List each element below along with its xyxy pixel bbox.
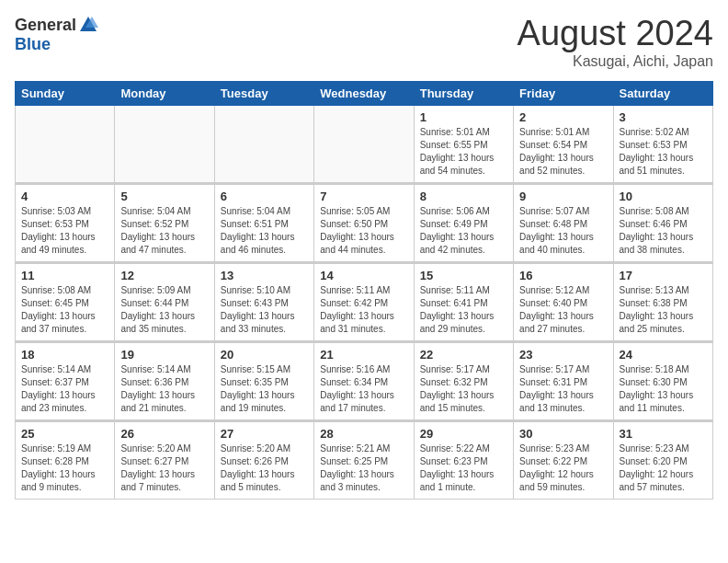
calendar-day — [314, 105, 414, 183]
day-info: Sunrise: 5:22 AM Sunset: 6:23 PM Dayligh… — [420, 442, 507, 494]
day-info: Sunrise: 5:17 AM Sunset: 6:31 PM Dayligh… — [519, 363, 607, 415]
calendar-day: 16Sunrise: 5:12 AM Sunset: 6:40 PM Dayli… — [514, 262, 613, 341]
calendar-day: 2Sunrise: 5:01 AM Sunset: 6:54 PM Daylig… — [514, 105, 613, 183]
day-info: Sunrise: 5:23 AM Sunset: 6:20 PM Dayligh… — [620, 442, 707, 494]
calendar-day: 25Sunrise: 5:19 AM Sunset: 6:28 PM Dayli… — [16, 420, 115, 499]
calendar-week-3: 11Sunrise: 5:08 AM Sunset: 6:45 PM Dayli… — [16, 262, 713, 341]
day-number: 13 — [221, 269, 308, 282]
day-info: Sunrise: 5:08 AM Sunset: 6:45 PM Dayligh… — [21, 284, 108, 336]
day-info: Sunrise: 5:01 AM Sunset: 6:55 PM Dayligh… — [420, 126, 507, 178]
calendar-day — [16, 105, 115, 183]
day-number: 24 — [620, 348, 707, 362]
day-number: 26 — [120, 427, 208, 441]
month-title: August 2024 — [518, 15, 713, 53]
day-number: 4 — [21, 190, 108, 203]
calendar-day: 3Sunrise: 5:02 AM Sunset: 6:53 PM Daylig… — [613, 105, 712, 183]
day-number: 12 — [120, 269, 208, 282]
day-number: 16 — [519, 269, 607, 282]
day-number: 10 — [620, 190, 707, 203]
day-number: 27 — [221, 427, 308, 441]
logo-icon — [78, 15, 98, 35]
day-number: 3 — [620, 110, 707, 124]
calendar-day: 20Sunrise: 5:15 AM Sunset: 6:35 PM Dayli… — [214, 341, 313, 420]
weekday-header-tuesday: Tuesday — [214, 81, 313, 105]
calendar-table: SundayMondayTuesdayWednesdayThursdayFrid… — [15, 81, 713, 500]
day-info: Sunrise: 5:23 AM Sunset: 6:22 PM Dayligh… — [519, 442, 607, 494]
day-number: 18 — [21, 348, 108, 362]
weekday-header-row: SundayMondayTuesdayWednesdayThursdayFrid… — [16, 81, 713, 105]
calendar-day: 30Sunrise: 5:23 AM Sunset: 6:22 PM Dayli… — [514, 420, 613, 499]
day-number: 23 — [519, 348, 607, 362]
day-info: Sunrise: 5:20 AM Sunset: 6:27 PM Dayligh… — [120, 442, 208, 494]
day-info: Sunrise: 5:04 AM Sunset: 6:52 PM Dayligh… — [120, 205, 208, 257]
day-number: 9 — [519, 190, 607, 203]
day-number: 25 — [21, 427, 108, 441]
calendar-day: 21Sunrise: 5:16 AM Sunset: 6:34 PM Dayli… — [314, 341, 414, 420]
day-info: Sunrise: 5:08 AM Sunset: 6:46 PM Dayligh… — [620, 205, 707, 257]
day-info: Sunrise: 5:10 AM Sunset: 6:43 PM Dayligh… — [221, 284, 308, 336]
day-number: 29 — [420, 427, 507, 441]
calendar-day: 12Sunrise: 5:09 AM Sunset: 6:44 PM Dayli… — [115, 262, 214, 341]
calendar-day: 15Sunrise: 5:11 AM Sunset: 6:41 PM Dayli… — [414, 262, 513, 341]
calendar-day: 17Sunrise: 5:13 AM Sunset: 6:38 PM Dayli… — [613, 262, 712, 341]
calendar-week-2: 4Sunrise: 5:03 AM Sunset: 6:53 PM Daylig… — [16, 183, 713, 262]
day-number: 11 — [21, 269, 108, 282]
weekday-header-sunday: Sunday — [16, 81, 115, 105]
day-number: 28 — [320, 427, 407, 441]
calendar-day: 28Sunrise: 5:21 AM Sunset: 6:25 PM Dayli… — [314, 420, 414, 499]
day-info: Sunrise: 5:15 AM Sunset: 6:35 PM Dayligh… — [221, 363, 308, 415]
day-info: Sunrise: 5:12 AM Sunset: 6:40 PM Dayligh… — [519, 284, 607, 336]
calendar-day: 8Sunrise: 5:06 AM Sunset: 6:49 PM Daylig… — [414, 183, 513, 262]
weekday-header-thursday: Thursday — [414, 81, 513, 105]
calendar-day — [115, 105, 214, 183]
logo: General Blue — [15, 15, 98, 54]
weekday-header-friday: Friday — [514, 81, 613, 105]
day-number: 2 — [519, 110, 607, 124]
day-info: Sunrise: 5:09 AM Sunset: 6:44 PM Dayligh… — [120, 284, 208, 336]
calendar-day: 1Sunrise: 5:01 AM Sunset: 6:55 PM Daylig… — [414, 105, 513, 183]
day-info: Sunrise: 5:01 AM Sunset: 6:54 PM Dayligh… — [519, 126, 607, 178]
calendar-week-5: 25Sunrise: 5:19 AM Sunset: 6:28 PM Dayli… — [16, 420, 713, 499]
calendar-day: 24Sunrise: 5:18 AM Sunset: 6:30 PM Dayli… — [613, 341, 712, 420]
day-info: Sunrise: 5:02 AM Sunset: 6:53 PM Dayligh… — [620, 126, 707, 178]
logo-blue-text: Blue — [15, 35, 51, 54]
day-number: 22 — [420, 348, 507, 362]
calendar-day: 29Sunrise: 5:22 AM Sunset: 6:23 PM Dayli… — [414, 420, 513, 499]
calendar-day: 7Sunrise: 5:05 AM Sunset: 6:50 PM Daylig… — [314, 183, 414, 262]
day-number: 7 — [320, 190, 407, 203]
day-number: 8 — [420, 190, 507, 203]
day-info: Sunrise: 5:11 AM Sunset: 6:42 PM Dayligh… — [320, 284, 407, 336]
calendar-day — [214, 105, 313, 183]
day-info: Sunrise: 5:18 AM Sunset: 6:30 PM Dayligh… — [620, 363, 707, 415]
weekday-header-wednesday: Wednesday — [314, 81, 414, 105]
day-info: Sunrise: 5:14 AM Sunset: 6:36 PM Dayligh… — [120, 363, 208, 415]
title-block: August 2024 Kasugai, Aichi, Japan — [518, 15, 713, 70]
day-number: 1 — [420, 110, 507, 124]
logo-general-text: General — [15, 16, 76, 35]
day-info: Sunrise: 5:06 AM Sunset: 6:49 PM Dayligh… — [420, 205, 507, 257]
calendar-day: 27Sunrise: 5:20 AM Sunset: 6:26 PM Dayli… — [214, 420, 313, 499]
calendar-day: 13Sunrise: 5:10 AM Sunset: 6:43 PM Dayli… — [214, 262, 313, 341]
day-number: 20 — [221, 348, 308, 362]
day-number: 6 — [221, 190, 308, 203]
calendar-day: 10Sunrise: 5:08 AM Sunset: 6:46 PM Dayli… — [613, 183, 712, 262]
day-info: Sunrise: 5:17 AM Sunset: 6:32 PM Dayligh… — [420, 363, 507, 415]
weekday-header-saturday: Saturday — [613, 81, 712, 105]
calendar-day: 19Sunrise: 5:14 AM Sunset: 6:36 PM Dayli… — [115, 341, 214, 420]
calendar-day: 9Sunrise: 5:07 AM Sunset: 6:48 PM Daylig… — [514, 183, 613, 262]
day-info: Sunrise: 5:16 AM Sunset: 6:34 PM Dayligh… — [320, 363, 407, 415]
day-info: Sunrise: 5:03 AM Sunset: 6:53 PM Dayligh… — [21, 205, 108, 257]
day-info: Sunrise: 5:20 AM Sunset: 6:26 PM Dayligh… — [221, 442, 308, 494]
day-number: 5 — [120, 190, 208, 203]
day-info: Sunrise: 5:05 AM Sunset: 6:50 PM Dayligh… — [320, 205, 407, 257]
calendar-week-1: 1Sunrise: 5:01 AM Sunset: 6:55 PM Daylig… — [16, 105, 713, 183]
calendar-day: 31Sunrise: 5:23 AM Sunset: 6:20 PM Dayli… — [613, 420, 712, 499]
page-header: General Blue August 2024 Kasugai, Aichi,… — [15, 15, 713, 70]
day-info: Sunrise: 5:04 AM Sunset: 6:51 PM Dayligh… — [221, 205, 308, 257]
day-number: 19 — [120, 348, 208, 362]
calendar-day: 5Sunrise: 5:04 AM Sunset: 6:52 PM Daylig… — [115, 183, 214, 262]
calendar-day: 23Sunrise: 5:17 AM Sunset: 6:31 PM Dayli… — [514, 341, 613, 420]
calendar-day: 22Sunrise: 5:17 AM Sunset: 6:32 PM Dayli… — [414, 341, 513, 420]
day-info: Sunrise: 5:21 AM Sunset: 6:25 PM Dayligh… — [320, 442, 407, 494]
day-info: Sunrise: 5:14 AM Sunset: 6:37 PM Dayligh… — [21, 363, 108, 415]
